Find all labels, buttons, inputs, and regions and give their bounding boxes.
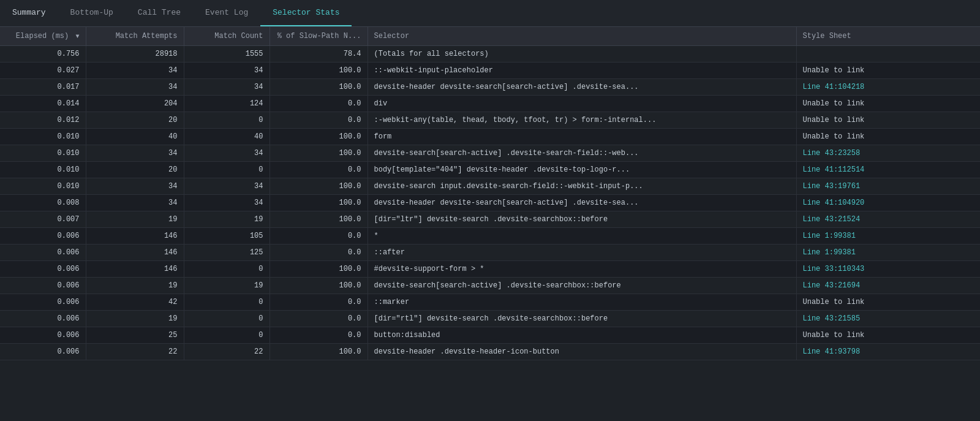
stylesheet-link[interactable]: Line 41:104920 xyxy=(803,199,865,207)
table-row[interactable]: 0.0103434100.0devsite-search[search-acti… xyxy=(0,145,980,162)
row-14-cell-4: devsite-search[search-active] .devsite-s… xyxy=(368,278,796,294)
tab-call-tree[interactable]: Call Tree xyxy=(126,0,193,26)
row-8-cell-1: 34 xyxy=(86,178,184,195)
table-row[interactable]: 0.0102000.0body[template="404"] devsite-… xyxy=(0,162,980,178)
col-header-elapsed[interactable]: Elapsed (ms) ▼ xyxy=(0,27,86,46)
stylesheet-link[interactable]: Line 1:99381 xyxy=(803,248,856,257)
table-row[interactable]: 0.0122000.0:-webkit-any(table, thead, tb… xyxy=(0,112,980,129)
row-1-cell-0: 0.027 xyxy=(0,63,86,79)
table-row[interactable]: 0.0061900.0[dir="rtl"] devsite-search .d… xyxy=(0,311,980,327)
table-row[interactable]: 0.0061460100.0#devsite-support-form > *L… xyxy=(0,261,980,278)
table-row[interactable]: 0.0103434100.0devsite-search input.devsi… xyxy=(0,178,980,195)
row-17-cell-0: 0.006 xyxy=(0,327,86,344)
row-8-cell-5[interactable]: Line 43:19761 xyxy=(796,178,980,195)
row-6-cell-0: 0.010 xyxy=(0,145,86,162)
row-18-cell-4: devsite-header .devsite-header-icon-butt… xyxy=(368,344,796,360)
col-header-match-count[interactable]: Match Count xyxy=(184,27,270,46)
col-header-stylesheet[interactable]: Style Sheet xyxy=(796,27,980,46)
table-row[interactable]: 0.0083434100.0devsite-header devsite-sea… xyxy=(0,195,980,211)
row-16-cell-1: 19 xyxy=(86,311,184,327)
stylesheet-link[interactable]: Line 41:93798 xyxy=(803,347,861,356)
row-12-cell-2: 125 xyxy=(184,245,270,261)
row-15-cell-1: 42 xyxy=(86,294,184,311)
tab-selector-stats[interactable]: Selector Stats xyxy=(260,0,352,26)
row-2-cell-4: devsite-header devsite-search[search-act… xyxy=(368,79,796,96)
row-4-cell-5: Unable to link xyxy=(796,112,980,129)
table-row[interactable]: 0.0173434100.0devsite-header devsite-sea… xyxy=(0,79,980,96)
stylesheet-link[interactable]: Line 33:110343 xyxy=(803,265,865,273)
stylesheet-link[interactable]: Line 41:112514 xyxy=(803,165,865,174)
row-16-cell-2: 0 xyxy=(184,311,270,327)
row-5-cell-4: form xyxy=(368,129,796,145)
row-13-cell-1: 146 xyxy=(86,261,184,278)
row-14-cell-5[interactable]: Line 43:21694 xyxy=(796,278,980,294)
stylesheet-link[interactable]: Line 41:104218 xyxy=(803,83,865,91)
stylesheet-link[interactable]: Line 43:21524 xyxy=(803,215,861,224)
row-6-cell-5[interactable]: Line 43:23258 xyxy=(796,145,980,162)
stylesheet-link[interactable]: Line 43:23258 xyxy=(803,149,861,157)
table-row[interactable]: 0.0062500.0button:disabledUnable to link xyxy=(0,327,980,344)
table-row[interactable]: 0.0104040100.0formUnable to link xyxy=(0,129,980,145)
row-16-cell-5[interactable]: Line 43:21585 xyxy=(796,311,980,327)
tab-summary[interactable]: Summary xyxy=(0,0,58,26)
tab-event-log[interactable]: Event Log xyxy=(193,0,260,26)
row-10-cell-3: 100.0 xyxy=(270,211,368,228)
stylesheet-link[interactable]: Line 1:99381 xyxy=(803,232,856,240)
row-7-cell-5[interactable]: Line 41:112514 xyxy=(796,162,980,178)
row-13-cell-2: 0 xyxy=(184,261,270,278)
row-2-cell-0: 0.017 xyxy=(0,79,86,96)
row-9-cell-5[interactable]: Line 41:104920 xyxy=(796,195,980,211)
row-5-cell-1: 40 xyxy=(86,129,184,145)
table-row[interactable]: 0.0071919100.0[dir="ltr"] devsite-search… xyxy=(0,211,980,228)
row-11-cell-0: 0.006 xyxy=(0,228,86,245)
table-row[interactable]: 0.0061919100.0devsite-search[search-acti… xyxy=(0,278,980,294)
row-7-cell-0: 0.010 xyxy=(0,162,86,178)
table-row[interactable]: 0.0064200.0::markerUnable to link xyxy=(0,294,980,311)
row-0-cell-0: 0.756 xyxy=(0,46,86,63)
row-13-cell-5[interactable]: Line 33:110343 xyxy=(796,261,980,278)
row-11-cell-5[interactable]: Line 1:99381 xyxy=(796,228,980,245)
stylesheet-link[interactable]: Line 43:19761 xyxy=(803,182,861,191)
row-8-cell-0: 0.010 xyxy=(0,178,86,195)
row-3-cell-5: Unable to link xyxy=(796,96,980,112)
row-7-cell-2: 0 xyxy=(184,162,270,178)
row-6-cell-1: 34 xyxy=(86,145,184,162)
row-1-cell-2: 34 xyxy=(184,63,270,79)
row-15-cell-2: 0 xyxy=(184,294,270,311)
row-8-cell-2: 34 xyxy=(184,178,270,195)
row-17-cell-5: Unable to link xyxy=(796,327,980,344)
row-6-cell-3: 100.0 xyxy=(270,145,368,162)
stylesheet-link[interactable]: Line 43:21585 xyxy=(803,314,861,323)
row-5-cell-5: Unable to link xyxy=(796,129,980,145)
tab-bottom-up[interactable]: Bottom-Up xyxy=(58,0,126,26)
table-row[interactable]: 0.0061461050.0*Line 1:99381 xyxy=(0,228,980,245)
row-0-cell-4: (Totals for all selectors) xyxy=(368,46,796,63)
col-header-match-attempts[interactable]: Match Attempts xyxy=(86,27,184,46)
stylesheet-link[interactable]: Line 43:21694 xyxy=(803,281,861,290)
table-row[interactable]: 0.0142041240.0divUnable to link xyxy=(0,96,980,112)
row-11-cell-1: 146 xyxy=(86,228,184,245)
row-18-cell-5[interactable]: Line 41:93798 xyxy=(796,344,980,360)
row-10-cell-5[interactable]: Line 43:21524 xyxy=(796,211,980,228)
row-9-cell-3: 100.0 xyxy=(270,195,368,211)
table-header-row: Elapsed (ms) ▼ Match Attempts Match Coun… xyxy=(0,27,980,46)
col-header-selector[interactable]: Selector xyxy=(368,27,796,46)
row-18-cell-0: 0.006 xyxy=(0,344,86,360)
row-12-cell-4: ::after xyxy=(368,245,796,261)
row-14-cell-3: 100.0 xyxy=(270,278,368,294)
row-18-cell-2: 22 xyxy=(184,344,270,360)
table-row[interactable]: 0.0273434100.0::-webkit-input-placeholde… xyxy=(0,63,980,79)
table-container[interactable]: Elapsed (ms) ▼ Match Attempts Match Coun… xyxy=(0,27,980,421)
row-0-cell-1: 28918 xyxy=(86,46,184,63)
row-1-cell-4: ::-webkit-input-placeholder xyxy=(368,63,796,79)
row-9-cell-2: 34 xyxy=(184,195,270,211)
row-2-cell-5[interactable]: Line 41:104218 xyxy=(796,79,980,96)
row-12-cell-5[interactable]: Line 1:99381 xyxy=(796,245,980,261)
row-2-cell-2: 34 xyxy=(184,79,270,96)
col-header-slow-path[interactable]: % of Slow-Path N... xyxy=(270,27,368,46)
row-12-cell-0: 0.006 xyxy=(0,245,86,261)
row-3-cell-3: 0.0 xyxy=(270,96,368,112)
table-row[interactable]: 0.75628918155578.4(Totals for all select… xyxy=(0,46,980,63)
table-row[interactable]: 0.0062222100.0devsite-header .devsite-he… xyxy=(0,344,980,360)
table-row[interactable]: 0.0061461250.0::afterLine 1:99381 xyxy=(0,245,980,261)
